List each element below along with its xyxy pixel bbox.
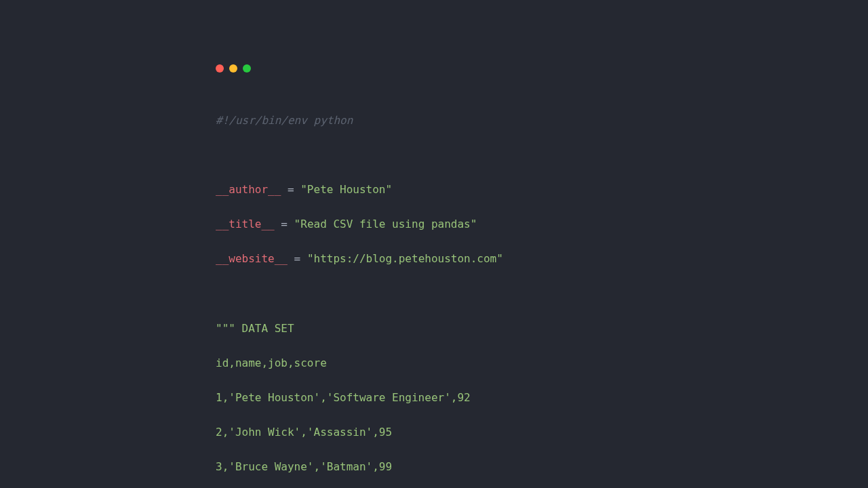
- close-icon[interactable]: [216, 64, 224, 73]
- window-controls: [216, 64, 868, 73]
- docstring-line: 3,'Bruce Wayne','Batman',99: [216, 460, 392, 473]
- author-key: __author__: [216, 183, 281, 196]
- code-editor-window: #!/usr/bin/env python __author__ = "Pete…: [0, 0, 868, 488]
- docstring-line: 1,'Pete Houston','Software Engineer',92: [216, 391, 471, 404]
- title-value: "Read CSV file using pandas": [294, 218, 477, 230]
- title-key: __title__: [216, 218, 275, 230]
- shebang-comment: #!/usr/bin/env python: [216, 114, 353, 127]
- docstring-open: """ DATA SET: [216, 322, 294, 335]
- code-content: #!/usr/bin/env python __author__ = "Pete…: [216, 94, 868, 488]
- docstring-line: 2,'John Wick','Assassin',95: [216, 426, 392, 439]
- minimize-icon[interactable]: [229, 64, 237, 73]
- author-value: "Pete Houston": [300, 183, 392, 196]
- website-key: __website__: [216, 252, 288, 265]
- docstring-line: id,name,job,score: [216, 357, 327, 369]
- maximize-icon[interactable]: [243, 64, 251, 73]
- website-value: "https://blog.petehouston.com": [307, 252, 503, 265]
